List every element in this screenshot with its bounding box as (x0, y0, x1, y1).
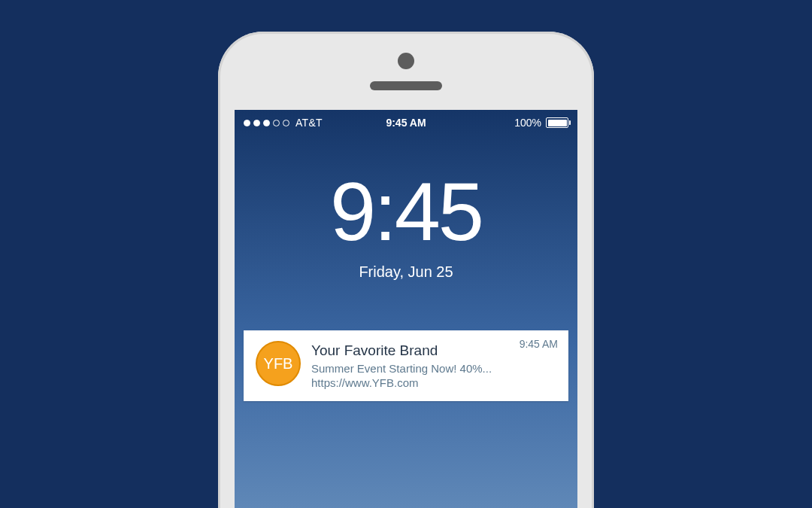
status-bar-left: AT&T (244, 117, 323, 129)
lock-screen-time: 9:45 (235, 170, 577, 253)
status-bar-right: 100% (514, 117, 568, 129)
battery-percent: 100% (514, 117, 541, 129)
battery-icon (546, 117, 568, 128)
notification-card[interactable]: YFB Your Favorite Brand Summer Event Sta… (244, 330, 568, 401)
lock-screen-clock: 9:45 Friday, Jun 25 (235, 170, 577, 281)
phone-screen: AT&T 9:45 AM 100% 9:45 Friday, Jun 25 YF… (235, 110, 577, 508)
notification-link: https://www.YFB.com (311, 376, 556, 389)
phone-frame: AT&T 9:45 AM 100% 9:45 Friday, Jun 25 YF… (218, 32, 594, 508)
signal-strength-icon (244, 120, 289, 126)
notification-preview: Summer Event Starting Now! 40%... (311, 362, 556, 375)
status-bar-time: 9:45 AM (386, 117, 426, 129)
avatar-initials: YFB (264, 355, 293, 373)
phone-speaker-slot (370, 81, 442, 90)
carrier-label: AT&T (295, 117, 323, 129)
lock-screen-date: Friday, Jun 25 (235, 263, 577, 281)
notification-timestamp: 9:45 AM (520, 338, 558, 350)
status-bar: AT&T 9:45 AM 100% (235, 110, 577, 135)
notification-avatar: YFB (256, 341, 301, 386)
phone-sensor-dot (398, 53, 414, 69)
